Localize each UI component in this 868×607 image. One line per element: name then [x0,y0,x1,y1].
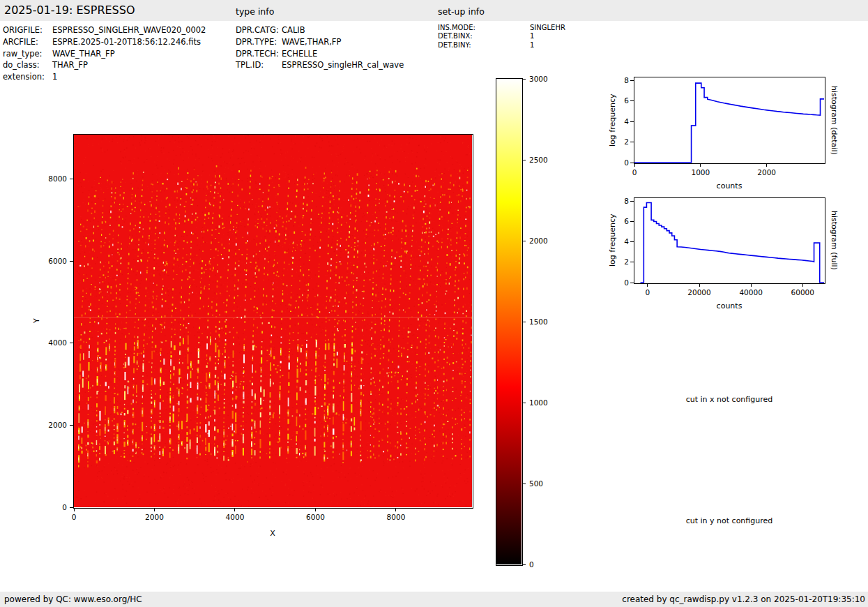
raw-image-ylabel: Y [32,135,41,507]
x-tick-label: 2000 [757,168,776,177]
info-row-value: ESPRESSO_SINGLEHR_WAVE020_0002 [52,25,206,35]
info-row-value: 1 [530,41,534,49]
colorbar-tick-mark [523,160,526,160]
histogram-detail-xlabel: counts [717,181,743,190]
type-info-header: type info [236,6,274,17]
info-row-label: ORIGFILE: [3,25,43,35]
qc-report-page: 2025-01-19: ESPRESSO type info set-up in… [0,0,868,607]
y-tick-mark [630,201,634,202]
colorbar-tick-mark [523,241,526,241]
x-tick-mark [315,509,316,512]
colorbar-gradient [496,79,521,564]
histogram-full-plot [634,198,824,283]
setup-info-header: set-up info [438,6,485,17]
colorbar-tick-mark [523,564,526,565]
x-tick-mark [699,284,700,287]
info-row-label: do_class: [3,60,40,70]
colorbar-tick-label: 1500 [529,317,548,326]
x-tick-label: 20000 [687,288,710,297]
info-row-value: ECHELLE [282,49,317,59]
x-tick-label: 0 [646,288,650,297]
y-tick-mark [70,343,73,343]
y-tick-mark [630,283,634,283]
x-tick-label: 6000 [306,513,325,521]
colorbar-tick-label: 500 [529,479,543,488]
colorbar-tick-mark [523,484,526,484]
y-tick-mark [630,163,634,163]
colorbar-tick-label: 2000 [529,237,548,245]
y-tick-mark [70,261,73,262]
colorbar-tick-mark [523,79,526,80]
y-tick-mark [630,221,634,222]
raw-image-xlabel: X [270,529,275,538]
info-row-label: INS.MODE: [438,24,475,31]
footer-created-by: created by qc_rawdisp.py v1.2.3 on 2025-… [622,592,865,607]
y-tick-label: 4000 [39,338,67,347]
x-tick-mark [154,509,155,512]
header-bar: 2025-01-19: ESPRESSO type info set-up in… [0,0,868,21]
histogram-line [634,83,824,163]
colorbar-tick-label: 1000 [529,398,548,407]
x-tick-mark [700,164,701,167]
info-row-value: 1 [52,72,57,82]
info-row-value: WAVE_THAR_FP [52,49,115,59]
x-tick-label: 40000 [739,288,762,297]
footer-bar: powered by QC: www.eso.org/HC created by… [0,592,868,607]
info-row-label: raw_type: [3,49,43,59]
x-tick-mark [751,284,752,287]
colorbar-tick-mark [523,322,526,322]
y-tick-mark [70,425,73,426]
info-row-label: DET.BINX: [438,32,473,40]
x-tick-mark [395,509,396,512]
info-row-label: ARCFILE: [3,37,38,47]
y-tick-label: 6000 [39,257,67,265]
y-tick-label: 2000 [39,421,67,429]
colorbar-tick-label: 3000 [529,75,548,83]
info-row-value: THAR_FP [52,60,88,70]
x-tick-label: 1000 [691,168,710,177]
y-tick-mark [70,179,73,179]
y-tick-mark [630,142,634,142]
histogram-full-title: histogram (full) [830,198,839,283]
x-tick-label: 0 [632,168,637,177]
x-tick-label: 8000 [387,513,406,521]
colorbar-tick-label: 2500 [529,156,548,164]
y-tick-mark [70,507,73,508]
histogram-detail-ylabel: log frequency [608,77,617,163]
info-row-value: WAVE,THAR,FP [282,37,341,47]
colorbar-tick-mark [523,403,526,403]
cut-in-y-note: cut in y not configured [625,516,834,525]
y-tick-label: 8000 [39,174,67,183]
info-row-label: TPL.ID: [236,60,264,70]
histogram-detail-title: histogram (detail) [830,77,839,163]
footer-powered-by: powered by QC: www.eso.org/HC [4,592,142,607]
info-row-label: DET.BINY: [438,41,471,49]
info-row-label: DPR.TECH: [236,49,279,59]
x-tick-label: 0 [72,513,77,521]
histogram-detail-plot [634,77,824,163]
histogram-line [641,203,824,283]
x-tick-mark [634,164,635,167]
info-row-label: extension: [3,72,45,82]
x-tick-mark [74,509,75,512]
colorbar-tick-label: 0 [529,560,534,569]
y-tick-label: 0 [39,503,67,511]
y-tick-mark [630,262,634,262]
cut-in-x-note: cut in x not configured [625,395,834,404]
y-tick-mark [630,121,634,122]
y-tick-mark [630,100,634,101]
page-title: 2025-01-19: ESPRESSO [4,3,135,17]
x-tick-label: 2000 [145,513,164,521]
x-tick-mark [234,509,235,512]
info-row-value: CALIB [282,25,305,35]
info-row-value: ESPRESSO_singleHR_cal_wave [282,60,404,70]
x-tick-mark [647,284,648,287]
histogram-full-ylabel: log frequency [608,198,617,283]
x-tick-mark [766,164,767,167]
info-row-value: 1 [530,32,534,40]
raw-image-heatmap [74,135,472,507]
info-row-value: SINGLEHR [530,24,565,31]
info-row-label: DPR.TYPE: [236,37,277,47]
x-tick-label: 4000 [226,513,245,521]
info-row-value: ESPRE.2025-01-20T18:56:12.246.fits [52,37,201,47]
